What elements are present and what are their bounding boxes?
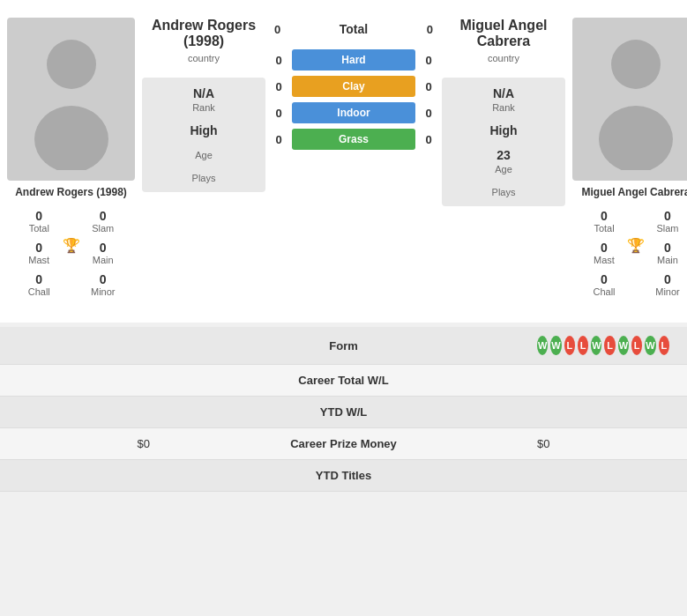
court-clay-btn[interactable]: Clay [292,76,415,97]
form-badge-w: W [618,336,629,355]
right-info-card: N/A Rank High 23 Age Plays [442,78,565,206]
svg-point-3 [599,106,673,170]
court-hard-row: 0 Hard 0 [265,49,442,71]
left-stat-chall: 0 Chall [7,269,71,301]
right-stat-minor: 0 Minor [636,269,687,301]
right-plays-item: Plays [451,185,556,197]
left-stat-total: 0 Total [7,205,71,237]
court-indoor-btn[interactable]: Indoor [292,102,415,123]
form-badges: WWLLWLWLWL [537,336,669,355]
left-player-header: Andrew Rogers (1998) country [152,18,256,63]
court-grass-row: 0 Grass 0 [265,129,442,150]
left-high-item: High [151,123,257,137]
right-stat-main: 0 Main [636,237,687,269]
form-badge-l: L [578,336,588,355]
left-player-full-name: Andrew Rogers (1998) [152,18,256,49]
left-plays-item: Plays [151,171,257,183]
form-badge-w: W [537,336,548,355]
main-container: Andrew Rogers (1998) 0 Total 0 Slam 0 Ma… [0,0,687,492]
left-info-card: N/A Rank High Age Plays [142,78,265,192]
form-badge-w: W [591,336,601,355]
form-badge-l: L [631,336,642,355]
right-player-avatar [572,18,688,181]
center-section: 0 Total 0 0 Hard 0 0 Clay 0 0 Indoor 0 0 [265,9,442,309]
court-hard-btn[interactable]: Hard [292,49,415,71]
right-high-item: High [451,123,556,137]
bottom-stats-section: Form WWLLWLWLWL Career Total W/L YTD W/L… [0,327,687,492]
career-prize-left: $0 [18,437,150,450]
form-badge-l: L [659,336,669,355]
form-right: WWLLWLWLWL [537,336,669,355]
court-grass-btn[interactable]: Grass [292,129,415,150]
ytd-wl-row: YTD W/L [0,397,687,428]
ytd-wl-label: YTD W/L [150,405,537,419]
right-rank-item: N/A Rank [451,86,556,113]
ytd-titles-row: YTD Titles [0,460,687,492]
left-stat-main: 0 Main [71,237,136,269]
form-badge-w: W [550,336,561,355]
form-row: Form WWLLWLWLWL [0,327,687,365]
left-player-stats: 0 Total 0 Slam 0 Mast 🏆 0 Main [7,205,135,301]
svg-point-0 [47,40,96,89]
right-player-stats: 0 Total 0 Slam 0 Mast 🏆 0 Main [572,205,687,301]
left-country: country [152,53,256,63]
right-player-name: Miguel Angel Cabrera [582,186,687,198]
career-prize-row: $0 Career Prize Money $0 [0,428,687,460]
left-info-section: Andrew Rogers (1998) country N/A Rank Hi… [142,9,265,309]
player-comparison-section: Andrew Rogers (1998) 0 Total 0 Slam 0 Ma… [0,0,687,323]
left-rank-item: N/A Rank [151,86,257,113]
right-stat-slam: 0 Slam [636,205,687,237]
right-age-item: 23 Age [451,148,556,174]
court-clay-row: 0 Clay 0 [265,76,442,97]
form-label: Form [150,339,537,353]
left-player-name: Andrew Rogers (1998) [15,186,127,198]
career-total-row: Career Total W/L [0,365,687,397]
total-row: 0 Total 0 [274,22,433,36]
career-prize-right: $0 [537,437,669,450]
svg-point-2 [611,40,661,89]
right-player-column: Miguel Angel Cabrera 0 Total 0 Slam 0 Ma… [565,9,687,309]
right-info-section: Miguel Angel Cabrera country N/A Rank Hi… [442,9,565,309]
career-total-label: Career Total W/L [150,374,537,387]
right-stat-total: 0 Total [572,205,636,237]
court-indoor-row: 0 Indoor 0 [265,102,442,123]
right-stat-chall: 0 Chall [572,269,636,301]
left-age-item: Age [151,148,257,160]
form-badge-w: W [645,336,655,355]
right-player-header: Miguel Angel Cabrera country [460,18,548,63]
form-badge-l: L [604,336,615,355]
svg-point-1 [34,106,108,170]
career-prize-label: Career Prize Money [150,437,537,450]
right-country: country [460,53,548,63]
left-player-column: Andrew Rogers (1998) 0 Total 0 Slam 0 Ma… [0,9,142,309]
left-player-avatar [7,18,135,181]
left-stat-slam: 0 Slam [71,205,136,237]
left-stat-minor: 0 Minor [71,269,136,301]
right-player-full-name: Miguel Angel Cabrera [460,18,548,49]
form-badge-l: L [564,336,575,355]
ytd-titles-label: YTD Titles [150,469,537,482]
